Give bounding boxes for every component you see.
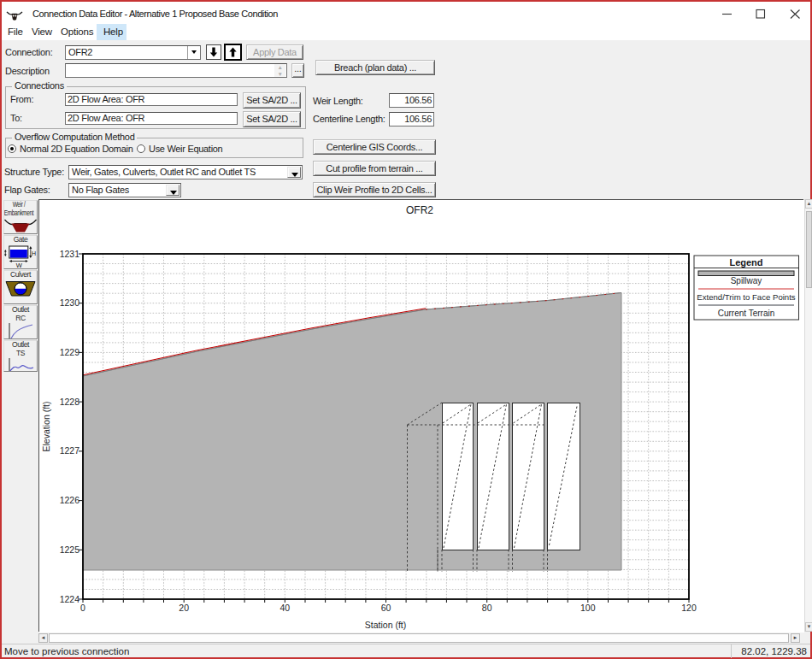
svg-text:100: 100 [580,603,596,613]
svg-text:80: 80 [482,603,492,613]
svg-text:Extend/Trim to Face Points: Extend/Trim to Face Points [697,292,796,302]
svg-text:60: 60 [381,603,391,613]
svg-text:Legend: Legend [729,257,762,268]
svg-text:W: W [16,262,23,268]
svg-text:1231: 1231 [60,249,80,259]
svg-text:1229: 1229 [60,347,80,357]
svg-text:1224: 1224 [60,594,80,604]
svg-text:40: 40 [279,603,290,613]
svg-text:1230: 1230 [60,297,80,308]
svg-text:20: 20 [179,603,189,613]
svg-text:120: 120 [681,603,697,613]
svg-text:Current Terrain: Current Terrain [718,309,775,318]
svg-text:1227: 1227 [60,445,80,456]
svg-text:Elevation (ft): Elevation (ft) [41,402,51,452]
svg-text:Station (ft): Station (ft) [365,620,406,630]
svg-text:1228: 1228 [60,397,80,407]
svg-text:1226: 1226 [60,495,80,505]
svg-text:1225: 1225 [60,544,80,555]
svg-text:0: 0 [80,603,85,613]
svg-text:OFR2: OFR2 [406,204,433,216]
svg-text:Spillway: Spillway [731,276,762,285]
svg-text:H: H [32,250,36,256]
